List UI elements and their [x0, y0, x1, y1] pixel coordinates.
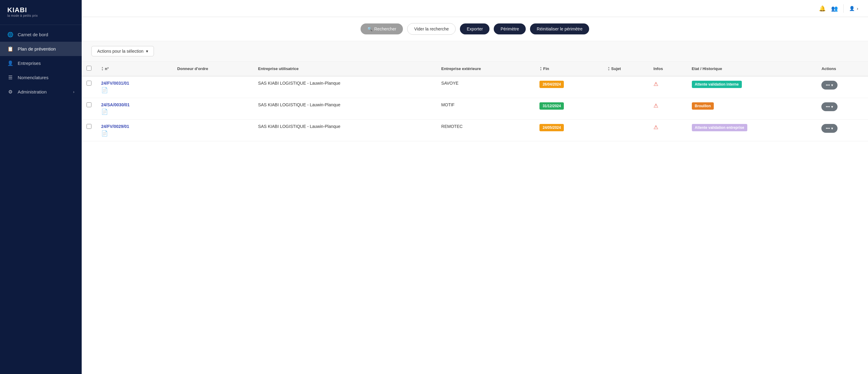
actions-bar: Actions pour la sélection ▾ [82, 41, 868, 62]
td-etat: Attente validation interne [687, 76, 817, 98]
chevron-down-icon: ▾ [831, 126, 833, 131]
row-actions-button[interactable]: ••• ▾ [822, 102, 838, 111]
search-icon: 🔍 [367, 27, 372, 31]
clear-search-button[interactable]: Vider la recherche [407, 23, 456, 35]
select-all-checkbox[interactable] [87, 66, 91, 71]
sort-icon: ▲▼ [608, 66, 610, 71]
sort-icon: ▲▼ [101, 66, 104, 71]
ellipsis-icon: ••• [826, 126, 830, 131]
gear-icon: ⚙ [7, 89, 13, 95]
sidebar-logo: KIABI la mode à petits prix [0, 0, 82, 25]
table-row: 24/FV/0029/01 📄 SAS KIABI LOGISTIQUE - L… [82, 120, 868, 141]
td-donneur [173, 98, 253, 120]
td-checkbox [82, 98, 96, 120]
td-actions: ••• ▾ [816, 120, 868, 141]
td-fin: 24/05/2024 [534, 120, 602, 141]
th-etat: Etat / Historique [687, 62, 817, 76]
brand-name: KIABI [7, 6, 74, 14]
pdf-icon[interactable]: 📄 [101, 130, 167, 137]
sort-icon: ▲▼ [539, 66, 542, 71]
sidebar-item-label: Plan de prévention [18, 46, 56, 52]
row-checkbox[interactable] [87, 102, 91, 107]
ellipsis-icon: ••• [826, 104, 830, 109]
th-number: ▲▼ n° [96, 62, 173, 76]
warning-icon: ⚠ [653, 81, 658, 87]
plan-link[interactable]: 24/FV/0031/01 [101, 81, 129, 86]
td-infos: ⚠ [649, 76, 687, 98]
td-fin: 31/12/2024 [534, 98, 602, 120]
fin-badge: 26/04/2024 [539, 81, 564, 88]
export-button[interactable]: Exporter [460, 24, 490, 34]
table-row: 24/SA/0030/01 📄 SAS KIABI LOGISTIQUE - L… [82, 98, 868, 120]
td-number: 24/FV/0029/01 📄 [96, 120, 173, 141]
row-actions-button[interactable]: ••• ▾ [822, 81, 838, 90]
th-donneur: Donneur d'ordre [173, 62, 253, 76]
table-row: 24/FV/0031/01 📄 SAS KIABI LOGISTIQUE - L… [82, 76, 868, 98]
td-number: 24/SA/0030/01 📄 [96, 98, 173, 120]
sidebar-item-nomenclatures[interactable]: ☰ Nomenclatures [0, 70, 82, 85]
users-icon[interactable]: 👥 [831, 5, 838, 12]
pdf-icon[interactable]: 📄 [101, 87, 167, 94]
status-badge: Brouillon [692, 102, 714, 110]
sidebar-item-entreprises[interactable]: 👤 Entreprises [0, 56, 82, 70]
globe-icon: 🌐 [7, 32, 13, 37]
td-entreprise-ext: REMOTEC [436, 120, 535, 141]
sidebar-item-administration[interactable]: ⚙ Administration › [0, 85, 82, 99]
row-checkbox[interactable] [87, 124, 91, 129]
user-chevron-icon: › [857, 6, 858, 11]
reset-perimeter-button[interactable]: Réinitialiser le périmètre [530, 24, 589, 34]
main-content: 🔍 Rechercher Vider la recherche Exporter… [82, 17, 868, 374]
sidebar-item-carnet-de-bord[interactable]: 🌐 Carnet de bord [0, 27, 82, 42]
th-fin: ▲▼ Fin [534, 62, 602, 76]
td-donneur [173, 120, 253, 141]
td-checkbox [82, 76, 96, 98]
data-table: ▲▼ n° Donneur d'ordre Entreprise utilisa… [82, 62, 868, 141]
th-infos: Infos [649, 62, 687, 76]
perimeter-button[interactable]: Périmètre [494, 24, 526, 34]
pdf-icon[interactable]: 📄 [101, 108, 167, 115]
brand-tagline: la mode à petits prix [7, 14, 74, 18]
sidebar-item-plan-de-prevention[interactable]: 📋 Plan de prévention [0, 42, 82, 56]
sidebar-item-label: Administration [18, 89, 46, 94]
sidebar: KIABI la mode à petits prix 🌐 Carnet de … [0, 0, 82, 374]
person-icon: 👤 [7, 60, 13, 66]
td-infos: ⚠ [649, 120, 687, 141]
fin-badge: 24/05/2024 [539, 124, 564, 131]
chevron-down-icon: ▾ [831, 104, 833, 109]
clipboard-icon: 📋 [7, 46, 13, 52]
user-menu[interactable]: 👤 › [849, 6, 858, 11]
td-etat: Attente validation entreprise [687, 120, 817, 141]
plan-link[interactable]: 24/FV/0029/01 [101, 124, 129, 129]
status-badge: Attente validation interne [692, 81, 742, 88]
td-actions: ••• ▾ [816, 98, 868, 120]
td-number: 24/FV/0031/01 📄 [96, 76, 173, 98]
td-entreprise-util: SAS KIABI LOGISTIQUE - Lauwin-Planque [253, 98, 436, 120]
header-divider [843, 4, 844, 13]
header: 🔔 👥 👤 › [82, 0, 868, 17]
td-entreprise-util: SAS KIABI LOGISTIQUE - Lauwin-Planque [253, 120, 436, 141]
plan-link[interactable]: 24/SA/0030/01 [101, 102, 129, 107]
warning-icon: ⚠ [653, 103, 658, 109]
td-fin: 26/04/2024 [534, 76, 602, 98]
notification-icon[interactable]: 🔔 [819, 5, 826, 12]
td-sujet [602, 120, 649, 141]
actions-dropdown-button[interactable]: Actions pour la sélection ▾ [91, 46, 154, 56]
sidebar-item-label: Nomenclatures [18, 75, 49, 80]
th-entreprise-ext: Entreprise extérieure [436, 62, 535, 76]
search-button[interactable]: 🔍 Rechercher [361, 24, 403, 34]
sidebar-nav: 🌐 Carnet de bord 📋 Plan de prévention 👤 … [0, 25, 82, 374]
th-entreprise-util: Entreprise utilisatrice [253, 62, 436, 76]
list-icon: ☰ [7, 75, 13, 80]
td-entreprise-util: SAS KIABI LOGISTIQUE - Lauwin-Planque [253, 76, 436, 98]
status-badge: Attente validation entreprise [692, 124, 747, 131]
dropdown-icon: ▾ [146, 49, 148, 54]
toolbar: 🔍 Rechercher Vider la recherche Exporter… [82, 17, 868, 41]
td-donneur [173, 76, 253, 98]
row-checkbox[interactable] [87, 81, 91, 86]
th-actions: Actions [816, 62, 868, 76]
td-actions: ••• ▾ [816, 76, 868, 98]
sidebar-item-label: Entreprises [18, 61, 41, 66]
row-actions-button[interactable]: ••• ▾ [822, 124, 838, 133]
td-entreprise-ext: MOTIF [436, 98, 535, 120]
th-checkbox [82, 62, 96, 76]
